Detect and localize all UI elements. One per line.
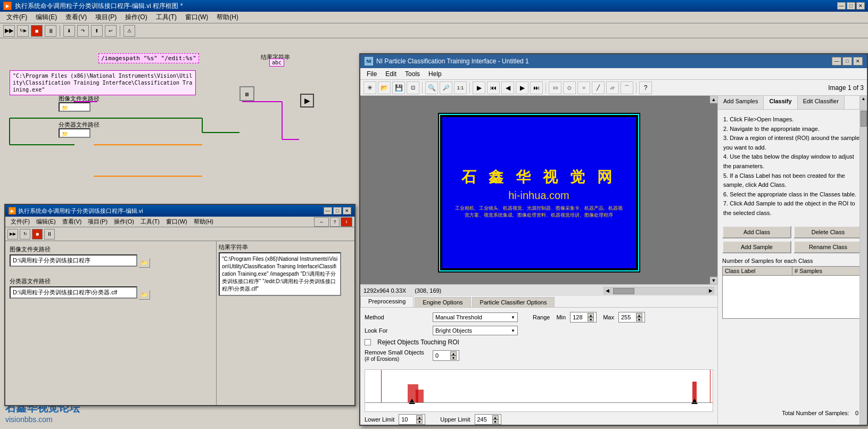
sub-close-btn[interactable]: ✕ xyxy=(343,207,351,214)
ni-tool-cursor[interactable]: ✳ xyxy=(363,81,376,94)
sub-browse-image-btn[interactable]: 📁 xyxy=(138,258,150,268)
sub-menu-project[interactable]: 项目(P) xyxy=(85,217,111,226)
menu-tools[interactable]: 工具(T) xyxy=(152,12,181,23)
min-spin-down[interactable]: ▼ xyxy=(588,317,594,321)
menu-window[interactable]: 窗口(W) xyxy=(181,12,212,23)
sub-browse-classifier-btn[interactable]: 📁 xyxy=(138,290,150,300)
remove-input[interactable]: 0 ▲ ▼ xyxy=(433,350,459,361)
tab-engine-options[interactable]: Engine Options xyxy=(415,297,470,307)
sub-menu-operate[interactable]: 操作(O) xyxy=(111,217,137,226)
lower-spin[interactable]: ▲ ▼ xyxy=(416,415,423,424)
menu-help[interactable]: 帮助(H) xyxy=(212,12,243,23)
sub-input-image[interactable]: D:\调用粒子分类训练接口程序 xyxy=(10,254,137,267)
close-button[interactable]: ✕ xyxy=(856,2,865,10)
menu-operate[interactable]: 操作(O) xyxy=(121,12,151,23)
upper-spin[interactable]: ▲ ▼ xyxy=(492,415,499,424)
ni-tool-help[interactable]: ? xyxy=(639,81,652,94)
sub-help-btn[interactable]: ? xyxy=(330,217,340,227)
string-const-2[interactable]: "C:\Program Files (x86)\National Instrum… xyxy=(10,70,196,95)
upper-limit-input[interactable]: 245 ▲ ▼ xyxy=(475,414,501,425)
ni-tool-roi-freehand[interactable]: ⌒ xyxy=(621,81,633,94)
ni-menu-help[interactable]: Help xyxy=(424,69,446,79)
sub-maximize-btn[interactable]: □ xyxy=(333,207,342,214)
ni-tool-first[interactable]: ⏮ xyxy=(487,81,500,94)
remove-spin-up[interactable]: ▲ xyxy=(450,351,457,356)
run-continuously-button[interactable]: ↻▶ xyxy=(17,25,29,37)
ni-image-display[interactable]: ▲ 石 鑫 华 视 觉 网 hi-inhua.com 工业相机、工业镜头、机器视… xyxy=(360,96,717,284)
node-icon[interactable]: ▧ xyxy=(239,86,254,101)
lower-spin-up[interactable]: ▲ xyxy=(416,415,423,419)
step-over-button[interactable]: ↷ xyxy=(77,25,89,37)
ni-tool-roi-ellipse[interactable]: ○ xyxy=(577,81,590,94)
hscroll-right[interactable]: ▶ xyxy=(707,287,714,294)
sub-run2-btn[interactable]: ↻ xyxy=(20,229,30,240)
sub-menu-file[interactable]: 文件(F) xyxy=(7,217,33,226)
ni-tool-open[interactable]: 📂 xyxy=(378,81,391,94)
remove-spin-down[interactable]: ▼ xyxy=(450,356,457,360)
right-tab-scroll-btn[interactable]: ▲ xyxy=(862,96,866,101)
add-class-btn[interactable]: Add Class xyxy=(722,226,791,238)
ni-restore-btn[interactable]: □ xyxy=(842,57,852,65)
minimize-button[interactable]: — xyxy=(837,2,846,10)
ni-tool-last[interactable]: ⏭ xyxy=(530,81,543,94)
delete-class-btn[interactable]: Delete Class xyxy=(793,226,863,238)
ni-tool-roi-poly[interactable]: ◇ xyxy=(563,81,576,94)
sub-menu-view[interactable]: 查看(V) xyxy=(59,217,85,226)
min-input[interactable]: 128 ▲ ▼ xyxy=(570,312,597,323)
abort-button[interactable]: ■ xyxy=(31,25,43,37)
sub-menu-window[interactable]: 窗口(W) xyxy=(163,217,191,226)
max-spin-down[interactable]: ▼ xyxy=(636,317,642,321)
add-sample-btn[interactable]: Add Sample xyxy=(722,241,791,253)
menu-edit[interactable]: 编辑(E) xyxy=(31,12,61,23)
right-panel-scroll-thumb[interactable] xyxy=(861,111,867,127)
look-for-dropdown[interactable]: Bright Objects ▼ xyxy=(433,326,518,335)
ni-tool-next[interactable]: ▶ xyxy=(516,81,528,94)
warn-button[interactable]: ⚠ xyxy=(123,25,135,37)
lower-limit-input[interactable]: 10 ▲ ▼ xyxy=(399,414,425,425)
upper-spin-down[interactable]: ▼ xyxy=(492,419,499,424)
ni-tool-roi-rotated[interactable]: ▱ xyxy=(606,81,619,94)
string-const-1[interactable]: /imagespath "%s" "/edit:%s" xyxy=(98,53,199,63)
ni-tool-zoom-100[interactable]: 1:1 xyxy=(454,81,467,94)
return-button[interactable]: ↩ xyxy=(105,25,117,37)
hscroll-thumb[interactable] xyxy=(613,288,634,294)
ni-tool-zoom-out[interactable]: 🔎 xyxy=(440,81,452,94)
tab-particle-classifier[interactable]: Particle Classifier Options xyxy=(472,297,555,307)
reject-checkbox[interactable] xyxy=(365,339,371,345)
ni-menu-edit[interactable]: Edit xyxy=(381,69,401,79)
rename-class-btn[interactable]: Rename Class xyxy=(793,241,863,253)
sub-input-classifier[interactable]: D:\调用粒子分类训练接口程序\分类器.clf xyxy=(10,286,137,299)
min-spin-up[interactable]: ▲ xyxy=(588,313,594,317)
menu-file[interactable]: 文件(F) xyxy=(2,12,31,23)
right-panel-scrollbar[interactable] xyxy=(859,110,867,425)
scroll-up-btn[interactable]: ▲ xyxy=(710,96,717,103)
max-spin[interactable]: ▲ ▼ xyxy=(636,313,642,321)
tab-classify[interactable]: Classify xyxy=(764,96,797,109)
hscroll-track[interactable] xyxy=(611,287,707,294)
ni-tool-zoom-fit[interactable]: ⊡ xyxy=(407,81,419,94)
sub-pause-btn[interactable]: ⏸ xyxy=(44,229,55,240)
tab-add-samples[interactable]: Add Samples xyxy=(718,96,764,109)
step-out-button[interactable]: ⬆ xyxy=(91,25,103,37)
tab-preprocessing[interactable]: Preprocessing xyxy=(360,296,414,307)
upper-spin-up[interactable]: ▲ xyxy=(492,415,499,419)
ni-menu-tools[interactable]: Tools xyxy=(401,69,424,79)
remove-spin[interactable]: ▲ ▼ xyxy=(450,351,457,360)
method-dropdown[interactable]: Manual Threshold ▼ xyxy=(433,312,518,322)
ni-tool-zoom-in[interactable]: 🔍 xyxy=(425,81,438,94)
step-into-button[interactable]: ⬇ xyxy=(63,25,75,37)
max-spin-up[interactable]: ▲ xyxy=(636,313,642,317)
tab-edit-classifier[interactable]: Edit Classifier xyxy=(798,96,845,109)
lower-spin-down[interactable]: ▼ xyxy=(416,419,423,424)
sub-minimize-btn[interactable]: — xyxy=(324,207,332,214)
hscroll-left[interactable]: ◀ xyxy=(604,287,611,294)
maximize-button[interactable]: □ xyxy=(847,2,855,10)
ni-minimize-btn[interactable]: — xyxy=(832,57,841,65)
menu-view[interactable]: 查看(V) xyxy=(61,12,91,23)
sub-menu-tools[interactable]: 工具(T) xyxy=(137,217,163,226)
ni-close-btn[interactable]: ✕ xyxy=(853,57,863,65)
run-button[interactable]: ▶▶ xyxy=(3,25,15,37)
pause-button[interactable]: ⏸ xyxy=(45,25,56,37)
sub-resize-btn[interactable]: ↔ xyxy=(314,217,329,227)
input-image-path[interactable]: 📁 xyxy=(59,102,90,112)
